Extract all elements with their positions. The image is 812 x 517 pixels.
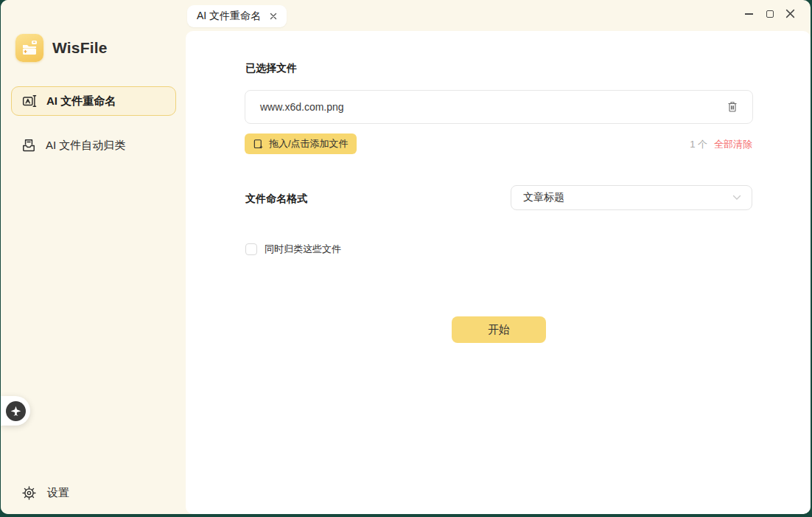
file-list-item: www.x6d.com.png <box>245 90 753 124</box>
minimize-button[interactable] <box>743 8 755 19</box>
file-count: 1 个 <box>690 138 707 151</box>
naming-format-label: 文件命名格式 <box>245 192 307 206</box>
window-controls <box>743 8 796 19</box>
gear-icon <box>21 485 36 500</box>
airplane-button[interactable] <box>6 401 26 421</box>
tab-ai-rename[interactable]: AI 文件重命名 <box>187 5 287 27</box>
sidebar-item-label: AI 文件重命名 <box>46 94 116 108</box>
app-window: WisFile AI 文件重命名 AI 文件自动归类 <box>1 0 811 514</box>
sidebar-item-label: AI 文件自动归类 <box>46 139 125 153</box>
sidebar-item-classify[interactable]: AI 文件自动归类 <box>11 131 176 160</box>
tab-close-icon[interactable] <box>270 13 277 20</box>
trash-icon <box>727 101 738 113</box>
file-count-row: 1 个 全部清除 <box>690 138 752 151</box>
add-files-button[interactable]: 拖入/点击添加文件 <box>245 133 357 154</box>
start-button[interactable]: 开始 <box>452 316 546 343</box>
maximize-button[interactable] <box>764 8 775 19</box>
chevron-down-icon <box>732 195 741 201</box>
close-icon <box>785 9 795 18</box>
wisfile-logo-icon <box>15 34 43 62</box>
file-plus-icon <box>253 139 264 150</box>
maximize-icon <box>766 10 774 18</box>
float-widget <box>1 396 30 426</box>
classify-checkbox[interactable] <box>245 243 257 255</box>
delete-file-button[interactable] <box>727 101 738 113</box>
minimize-icon <box>745 13 753 15</box>
rename-icon <box>22 94 37 108</box>
sidebar: WisFile AI 文件重命名 AI 文件自动归类 <box>1 0 185 514</box>
file-name: www.x6d.com.png <box>260 101 727 113</box>
add-files-label: 拖入/点击添加文件 <box>269 137 349 150</box>
settings-label: 设置 <box>47 486 69 500</box>
app-title: WisFile <box>52 39 108 57</box>
content-panel: 已选择文件 www.x6d.com.png 拖入/点击添加文件 1 个 全部清除 <box>186 31 811 514</box>
settings-button[interactable]: 设置 <box>21 484 69 502</box>
sidebar-item-rename[interactable]: AI 文件重命名 <box>11 86 176 116</box>
naming-format-value: 文章标题 <box>523 191 732 204</box>
classify-checkbox-row[interactable]: 同时归类这些文件 <box>245 243 341 256</box>
classify-checkbox-label: 同时归类这些文件 <box>265 243 341 256</box>
tab-label: AI 文件重命名 <box>197 10 261 23</box>
clear-all-button[interactable]: 全部清除 <box>714 138 752 151</box>
airplane-icon <box>10 406 21 417</box>
classify-icon <box>21 138 36 153</box>
app-logo: WisFile <box>15 34 108 62</box>
naming-format-select[interactable]: 文章标题 <box>511 185 752 210</box>
close-button[interactable] <box>785 8 796 19</box>
selected-files-label: 已选择文件 <box>245 62 297 75</box>
